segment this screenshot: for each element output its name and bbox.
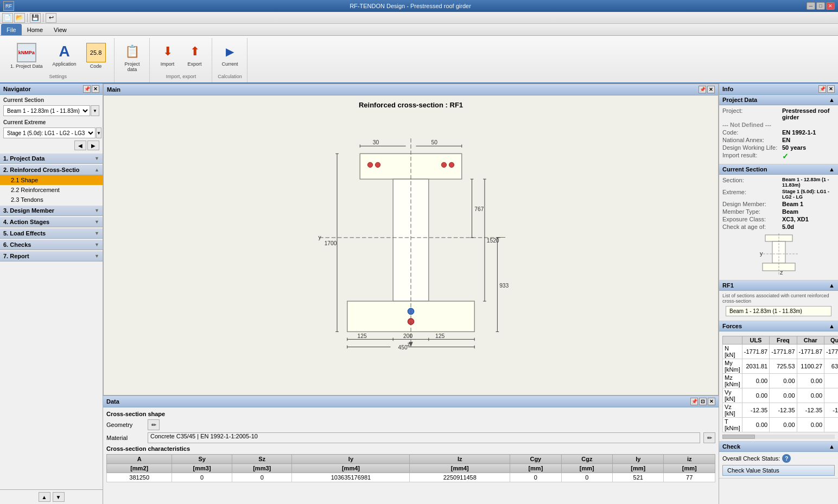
project-data-button[interactable]: 📋 Projectdata (120, 41, 145, 74)
data-close-btn[interactable]: ✕ (708, 398, 715, 405)
info-national-annex-row: National Annex: EN (722, 137, 835, 143)
nav-up-btn[interactable]: ▲ (39, 492, 50, 502)
maximize-btn[interactable]: □ (816, 2, 825, 10)
settings-group-label: Settings (49, 74, 67, 80)
nav-item-checks[interactable]: 6. Checks ▼ (0, 240, 103, 250)
drawing-close-btn[interactable]: ✕ (707, 86, 715, 93)
project-data-title: Project Data (722, 97, 757, 103)
undo-btn[interactable]: ↩ (46, 13, 56, 23)
menu-bar: File Home View (0, 24, 838, 36)
toolbar-separator (27, 14, 28, 22)
unit-Sy: [mm3] (172, 464, 232, 473)
svg-text:125: 125 (435, 333, 445, 339)
forces-My-char: 1100.27 (797, 359, 824, 374)
forces-col-label (723, 336, 742, 344)
minimize-btn[interactable]: ─ (807, 2, 815, 10)
nav-prev-btn[interactable]: ◀ (74, 141, 86, 150)
application-button[interactable]: A Application (49, 41, 80, 68)
exposure-label: Exposure Class: (722, 216, 782, 222)
navigator-pin-btn[interactable]: 📌 (83, 85, 91, 93)
info-close-btn[interactable]: ✕ (827, 85, 835, 93)
forces-Vz-freq: -12.35 (770, 403, 797, 418)
units-button[interactable]: kN MPa 1. Project Data (7, 41, 47, 71)
info-title: Info (722, 86, 733, 92)
info-import-result-row: Import result: ✓ (722, 152, 835, 161)
project-data-icon: 📋 (124, 43, 141, 60)
save-btn[interactable]: 💾 (30, 13, 41, 23)
menu-home[interactable]: Home (22, 24, 48, 35)
nav-next-btn[interactable]: ▶ (87, 141, 99, 150)
main-content: Main 📌 ✕ Reinforced cross-section : RF1 (103, 84, 719, 504)
design-member-row: Design Member: Beam 1 (722, 201, 835, 207)
geometry-row: Geometry ✏ (106, 419, 715, 430)
current-section-select[interactable]: Beam 1 - 12.83m (1 - 11.83m) (3, 105, 90, 116)
menu-file[interactable]: File (1, 24, 22, 35)
check-collapse-icon: ▲ (829, 443, 835, 450)
ribbon-group-content-settings: kN MPa 1. Project Data A Application 25.… (7, 40, 110, 74)
nav-item-tendons[interactable]: 2.3 Tendons (0, 195, 103, 205)
current-button[interactable]: ▶ Current (218, 41, 243, 68)
val-Iy: 103635176981 (292, 473, 410, 482)
export-button[interactable]: ⬆ Export (182, 41, 207, 68)
nav-navigation-btns: ◀ ▶ (0, 139, 103, 151)
app-icon[interactable]: RF (3, 1, 14, 11)
geometry-edit-btn[interactable]: ✏ (148, 419, 160, 430)
unit-iz: [mm] (664, 464, 715, 473)
check-value-status-button[interactable]: Check Value Status (722, 465, 835, 476)
info-pin-btn[interactable]: 📌 (818, 85, 826, 93)
nav-down-btn[interactable]: ▼ (53, 492, 65, 502)
nav-item-reinforcement[interactable]: 2.2 Reinforcement (0, 185, 103, 195)
rf1-collapse-icon: ▲ (829, 282, 835, 289)
material-edit-btn[interactable]: ✏ (703, 432, 715, 443)
open-btn[interactable]: 📂 (14, 13, 25, 23)
nav-item-shape[interactable]: 2.1 Shape (0, 175, 103, 185)
data-pin-btn[interactable]: 📌 (690, 398, 698, 405)
navigator-close-btn[interactable]: ✕ (92, 85, 99, 93)
units-label: 1. Project Data (10, 63, 43, 69)
overall-check-help-icon[interactable]: ? (782, 454, 791, 463)
col-Iy2: Iy (613, 455, 664, 464)
close-btn[interactable]: ✕ (826, 2, 835, 10)
svg-text:125: 125 (358, 333, 367, 339)
drawing-pin-btn[interactable]: 📌 (699, 86, 706, 93)
extreme-down-btn[interactable]: ▼ (96, 127, 101, 138)
val-Iz: 2250911458 (410, 473, 510, 482)
ribbon-group-project: 📋 Projectdata (116, 38, 150, 82)
toolbar-separator2 (43, 14, 43, 22)
info-design-life-row: Design Working Life: 50 years (722, 144, 835, 151)
val-Cgz: 0 (561, 473, 612, 482)
nav-tree: 1. Project Data ▼ 2. Reinforced Cross-Se… (0, 151, 103, 489)
code-button[interactable]: 25.8 Code (82, 41, 110, 71)
forces-row-T: T [kNm] 0.00 0.00 0.00 0. (723, 418, 839, 432)
current-extreme-select[interactable]: Stage 1 (5.0d): LG1 - LG2 - LG3 (3, 127, 96, 138)
forces-col-uls: ULS (742, 336, 769, 344)
menu-view[interactable]: View (48, 24, 72, 35)
new-btn[interactable]: 📄 (2, 13, 13, 23)
nav-item-report[interactable]: 7. Report ▼ (0, 251, 103, 261)
nav-item-reinforced-cross[interactable]: 2. Reinforced Cross-Sectio ▲ (0, 165, 103, 175)
import-button[interactable]: ⬇ Import (155, 41, 180, 68)
code-label: Code (90, 63, 102, 69)
data-float-btn[interactable]: ⊡ (699, 398, 707, 405)
val-Sy: 0 (172, 473, 232, 482)
forces-Mz-label: Mz [kNm] (723, 374, 742, 388)
title-bar: RF RF-TENDON Design - Prestressed roof g… (0, 0, 838, 12)
member-type-value: Beam (782, 208, 835, 215)
rf1-content: List of sections associated with current… (719, 291, 838, 321)
forces-scrollbar[interactable] (722, 435, 835, 439)
nav-item-project-data[interactable]: 1. Project Data ▼ (0, 154, 103, 164)
svg-point-3 (367, 162, 372, 167)
svg-text:z: z (780, 269, 783, 276)
data-panel-title: Data (106, 398, 119, 405)
section-down-btn[interactable]: ▼ (91, 105, 99, 116)
forces-My-freq: 725.53 (770, 359, 797, 374)
project-data-content: Project: Prestressed roof girder --- Not… (719, 105, 838, 164)
forces-Mz-uls: 0.00 (742, 374, 769, 388)
svg-text:767: 767 (474, 206, 484, 212)
nav-item-load-effects[interactable]: 5. Load Effects ▼ (0, 228, 103, 239)
mini-cross-section: z y (757, 232, 801, 276)
drawing-panel-title: Main (107, 86, 120, 93)
nav-item-design-member[interactable]: 3. Design Member ▼ (0, 206, 103, 216)
nav-item-action-stages[interactable]: 4. Action Stages ▼ (0, 217, 103, 227)
info-code-row: Code: EN 1992-1-1 (722, 129, 835, 136)
